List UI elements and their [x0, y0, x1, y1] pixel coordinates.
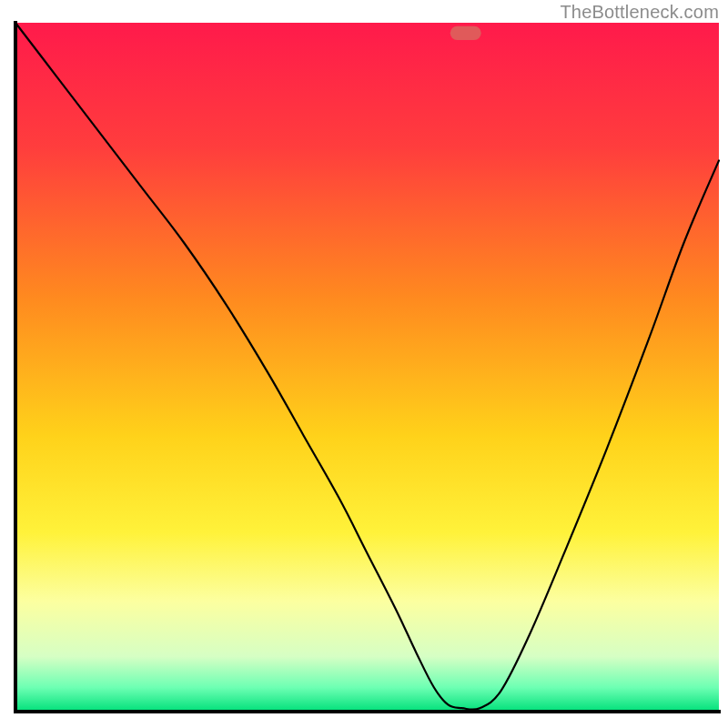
plot-background	[15, 23, 719, 712]
chart-container: TheBottleneck.com	[0, 0, 728, 728]
optimum-marker	[450, 26, 481, 40]
bottleneck-chart	[0, 0, 728, 728]
watermark-text: TheBottleneck.com	[560, 2, 719, 23]
